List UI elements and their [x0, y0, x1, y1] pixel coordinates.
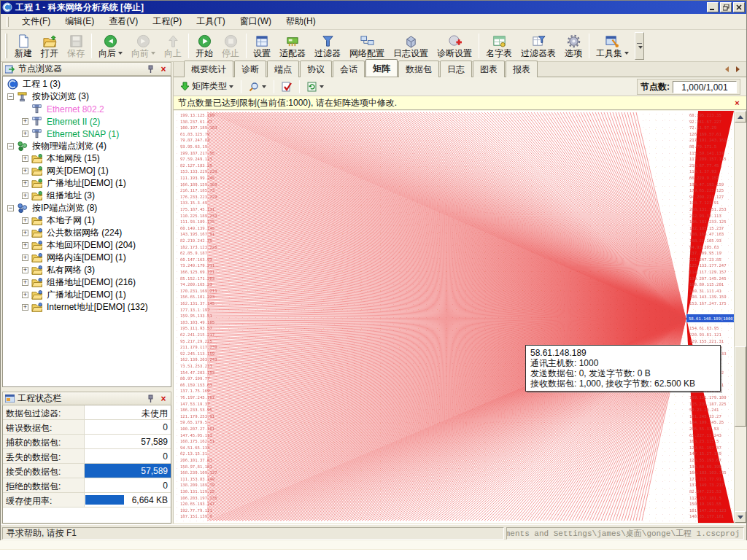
- refresh-document-icon: [307, 82, 317, 92]
- tab-8[interactable]: 图表: [473, 61, 505, 77]
- svg-text:59.23.25.241: 59.23.25.241: [689, 408, 719, 412]
- tree-item-7[interactable]: +网关[DEMO] (1): [3, 165, 171, 177]
- tree-item-8[interactable]: +广播地址[DEMO] (1): [3, 177, 171, 190]
- chevron-down-icon: [624, 52, 629, 55]
- collapse-icon[interactable]: −: [7, 205, 14, 211]
- minimize-button[interactable]: [707, 2, 719, 12]
- tree-item-11[interactable]: +本地子网 (1): [3, 214, 171, 227]
- expand-icon[interactable]: +: [22, 180, 28, 187]
- tree-item-3[interactable]: +Ethernet II (2): [3, 115, 171, 128]
- toolbar-button-20[interactable]: 选项: [560, 31, 587, 61]
- pin-icon[interactable]: [145, 394, 155, 403]
- menu-item-1[interactable]: 编辑(E): [58, 13, 101, 30]
- tab-7[interactable]: 日志: [440, 61, 472, 77]
- tab-1[interactable]: 诊断: [234, 61, 266, 77]
- scrollbar-thumb[interactable]: [735, 346, 746, 427]
- svg-text:72.11.97.29: 72.11.97.29: [689, 125, 716, 130]
- tree-item-14[interactable]: +网络内连[DEMO] (1): [3, 252, 171, 264]
- expand-icon[interactable]: +: [22, 292, 28, 298]
- expand-icon[interactable]: +: [22, 168, 28, 174]
- refresh-button[interactable]: [303, 79, 328, 95]
- expand-icon[interactable]: +: [22, 118, 28, 125]
- tab-3[interactable]: 协议: [300, 61, 332, 77]
- tree-item-label: 本地网段 (15): [47, 152, 100, 165]
- toolbar-button-14[interactable]: 网络配置: [345, 31, 389, 61]
- restore-button[interactable]: [720, 2, 732, 12]
- expand-icon[interactable]: +: [22, 230, 28, 236]
- matrix-canvas[interactable]: 199.13.125.109138.237.61.47100.197.189.1…: [174, 111, 734, 523]
- tree-item-2[interactable]: Ethernet 802.2: [3, 103, 171, 115]
- toolbar-button-19[interactable]: 过滤器表: [516, 31, 560, 61]
- tree-item-1[interactable]: −按协议浏览 (3): [3, 90, 171, 103]
- tree-item-9[interactable]: +组播地址 (3): [3, 190, 171, 202]
- project-status-close-button[interactable]: ×: [158, 394, 169, 403]
- pin-icon[interactable]: [145, 64, 155, 74]
- tree-item-12[interactable]: +公共数据网络 (224): [3, 227, 171, 239]
- expand-icon[interactable]: +: [22, 155, 28, 162]
- scroll-up-button[interactable]: [735, 111, 746, 122]
- folder2-icon: [31, 215, 42, 226]
- toolbar-button-1[interactable]: 打开: [36, 31, 63, 61]
- tree-item-6[interactable]: +本地网段 (15): [3, 152, 171, 165]
- collapse-icon[interactable]: −: [7, 143, 14, 149]
- matrix-type-button[interactable]: 矩阵类型: [177, 79, 237, 95]
- tab-9[interactable]: 报表: [506, 61, 538, 77]
- tree-item-16[interactable]: +组播地址[DEMO] (216): [3, 276, 171, 289]
- toolbar-button-11[interactable]: 设置: [249, 31, 275, 61]
- toolbar-button-13[interactable]: 过滤器: [310, 31, 345, 61]
- tree-item-5[interactable]: −按物理端点浏览 (4): [3, 140, 171, 152]
- toolbar-button-0[interactable]: 新建: [10, 31, 36, 61]
- close-button[interactable]: [733, 2, 745, 12]
- tree-item-10[interactable]: −按IP端点浏览 (8): [3, 202, 171, 214]
- tree-item-13[interactable]: +本地回环[DEMO] (204): [3, 239, 171, 252]
- tab-scroll-right-button[interactable]: [734, 64, 742, 74]
- toolbar-button-18[interactable]: 名字表: [481, 31, 516, 61]
- menu-item-4[interactable]: 工具(T): [189, 13, 232, 30]
- tab-4[interactable]: 会话: [333, 61, 365, 77]
- svg-text:106.203.197.235: 106.203.197.235: [180, 496, 217, 500]
- matrix-vertical-scrollbar[interactable]: [734, 111, 746, 523]
- expand-icon[interactable]: +: [22, 304, 28, 311]
- svg-text:80.97.199.77: 80.97.199.77: [180, 376, 209, 381]
- expand-icon[interactable]: +: [22, 242, 28, 249]
- menu-item-6[interactable]: 帮助(H): [279, 13, 323, 30]
- menu-item-2[interactable]: 查看(V): [101, 13, 145, 30]
- tab-2[interactable]: 端点: [267, 61, 299, 77]
- scroll-down-button[interactable]: [735, 511, 746, 523]
- expand-icon[interactable]: +: [22, 217, 28, 224]
- toolbar-button-22[interactable]: 工具集: [592, 31, 633, 61]
- toolbar-button-4[interactable]: 向后: [94, 31, 127, 61]
- tree-item-15[interactable]: +私有网络 (3): [3, 264, 171, 276]
- expand-icon[interactable]: +: [22, 267, 28, 273]
- tree-item-18[interactable]: +Internet地址[DEMO] (132): [3, 301, 171, 314]
- tab-5[interactable]: 矩阵: [365, 59, 398, 77]
- toolbar-button-15[interactable]: 日志设置: [389, 31, 433, 61]
- app-window: 工程 1 - 科来网络分析系统 [停止] 文件(F)编辑(E)查看(V)工程(P…: [0, 0, 747, 540]
- tree-item-4[interactable]: +Ethernet SNAP (1): [3, 128, 171, 140]
- menu-item-0[interactable]: 文件(F): [15, 13, 58, 30]
- warning-close-button[interactable]: ×: [732, 98, 742, 108]
- menu-item-5[interactable]: 窗口(W): [233, 13, 279, 30]
- apply-button[interactable]: [278, 79, 295, 95]
- expand-icon[interactable]: +: [22, 279, 28, 286]
- locate-node-button[interactable]: [245, 79, 270, 95]
- expand-icon[interactable]: +: [22, 254, 28, 261]
- toolbar-button-12[interactable]: 适配器: [275, 31, 310, 61]
- expand-icon[interactable]: +: [22, 131, 28, 137]
- tab-scroll-left-button[interactable]: [723, 64, 731, 74]
- status-row-value: 0: [85, 420, 171, 434]
- expand-icon[interactable]: +: [22, 192, 28, 199]
- tab-6[interactable]: 数据包: [398, 61, 439, 77]
- toolbar-button-8[interactable]: 开始: [191, 31, 217, 61]
- toolbar-button-16[interactable]: 诊断设置: [433, 31, 476, 61]
- status-row-6: 缓存使用率:6,664 KB: [3, 493, 171, 508]
- folder2-icon: [31, 240, 42, 251]
- menu-item-3[interactable]: 工程(P): [145, 13, 189, 30]
- toolbar-overflow-button[interactable]: [635, 32, 644, 60]
- tree-item-17[interactable]: +广播地址[DEMO] (1): [3, 289, 171, 301]
- tab-0[interactable]: 概要统计: [184, 61, 233, 77]
- node-browser-close-button[interactable]: ×: [158, 64, 169, 74]
- tree-item-0[interactable]: 工程 1 (3): [3, 78, 171, 90]
- matrix-view[interactable]: 199.13.125.109138.237.61.47100.197.189.1…: [174, 111, 734, 523]
- collapse-icon[interactable]: −: [7, 93, 14, 100]
